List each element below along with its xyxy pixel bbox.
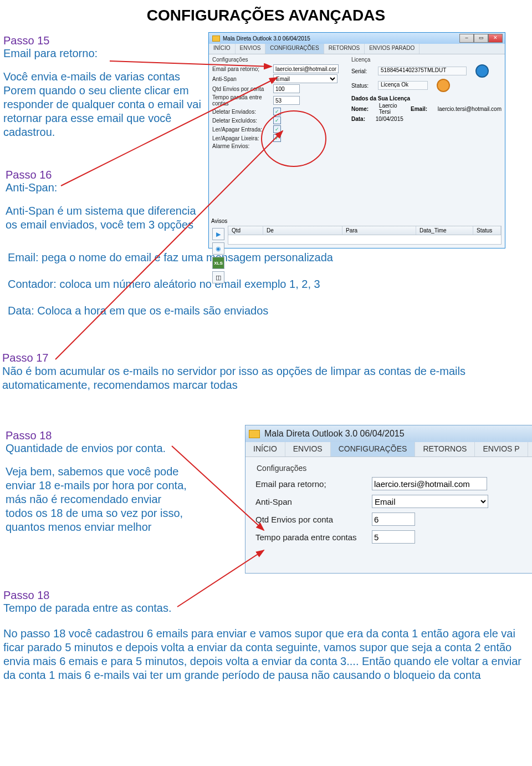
step18b-heading: Passo 18 [3, 589, 524, 602]
col-qtd[interactable]: Qtd [228, 226, 263, 235]
close-button[interactable]: ✕ [488, 34, 503, 43]
label-email-retorno: Email para retorno; [255, 479, 372, 489]
step16-opt2: Contador: coloca um número aleátorio no … [8, 277, 507, 291]
label-nome: Nome: [351, 106, 369, 112]
record-icon[interactable]: ◉ [212, 242, 224, 255]
maximize-button[interactable]: ▭ [474, 34, 488, 43]
checkbox-ler-entrada[interactable]: ✓ [273, 125, 281, 133]
tab-retornos[interactable]: RETORNOS [415, 442, 475, 456]
step16-opt3: Data: Coloca a hora em que os e-mails sã… [8, 304, 507, 318]
step16-opt1: Email: pega o nome do email e faz uma me… [8, 251, 507, 265]
step18a-heading: Passo 18 [6, 429, 188, 442]
label-tempo-parada: Tempo parada entre contas [212, 94, 273, 106]
envelope-icon [249, 430, 260, 438]
label-ler-entrada: Ler/Apagar Entrada: [212, 126, 273, 133]
tab-inicio[interactable]: INÍCIO [209, 44, 236, 54]
select-antispan[interactable]: Email [372, 495, 488, 508]
image-icon[interactable]: ◫ [212, 271, 224, 283]
tab-envios[interactable]: ENVIOS [236, 44, 266, 54]
step18a-subheading: Quantidade de envios por conta. [6, 442, 188, 455]
value-serial: 51884541402375TMLDUT [378, 67, 467, 75]
label-tempo-parada: Tempo parada entre contas [255, 532, 372, 542]
label-serial: Serial: [351, 68, 374, 74]
step16-subheading: Anti-Span: [6, 181, 205, 194]
app1-grid: Qtd De Para Data_Time Status [228, 226, 502, 245]
step16-body: Anti-Span é um sistema que diferencia os… [6, 204, 205, 232]
app1-tabbar: INÍCIO ENVIOS CONFIGURAÇÕES RETORNOS ENV… [209, 44, 505, 54]
label-ler-lixeira: Ler/Apagar Lixeira: [212, 135, 273, 141]
licenca-title: Licença [351, 57, 502, 63]
tab-configuracoes[interactable]: CONFIGURAÇÕES [265, 44, 324, 54]
input-tempo-parada[interactable] [273, 96, 300, 105]
app2-titlebar: Mala Direta Outlook 3.0 06/04/2015 [245, 425, 532, 442]
label-qtd-envios: Qtd Envios por conta [212, 86, 273, 92]
envelope-icon [212, 35, 220, 42]
col-de[interactable]: De [263, 226, 342, 235]
value-data: 10/04/2015 [376, 116, 403, 122]
dados-title: Dados da Sua Licença [351, 95, 410, 102]
select-antispan[interactable]: Email [273, 74, 337, 83]
label-email-retorno: Email para retorno; [212, 66, 273, 72]
app1-titlebar: Mala Direta Outlook 3.0 06/04/2015 – ▭ ✕ [209, 33, 505, 44]
tab-envios[interactable]: ENVIOS [285, 442, 331, 456]
minimize-button[interactable]: – [459, 34, 474, 43]
app2-title: Mala Direta Outlook 3.0 06/04/2015 [264, 429, 405, 439]
input-qtd-envios[interactable] [372, 513, 415, 526]
refresh-icon[interactable] [475, 64, 489, 78]
label-del-enviados: Deletar Enviados: [212, 109, 273, 115]
label-del-excluidos: Deletar Excluídos: [212, 118, 273, 124]
tab-configuracoes[interactable]: CONFIGURAÇÕES [331, 442, 416, 456]
step18b-subheading: Tempo de parada entre as contas. [3, 602, 524, 615]
page-title: CONFIGURAÇÕES AVANÇADAS [0, 0, 532, 24]
key-icon[interactable] [437, 79, 450, 92]
avisos-label: Avisos [211, 218, 227, 224]
value-status: Licença Ok [378, 81, 428, 90]
value-lic-email: laercio.tersi@hotmail.com [438, 106, 502, 112]
label-status: Status: [351, 83, 374, 89]
col-status[interactable]: Status [473, 226, 501, 235]
export-xls-button[interactable]: XLS [212, 257, 224, 269]
step15-subheading: Email para retorno: [3, 47, 203, 60]
step15-body: Você envia e-mails de varias contas Pore… [3, 70, 203, 139]
label-data: Data: [351, 116, 365, 122]
col-para[interactable]: Para [342, 226, 416, 235]
step18b-body: No passo 18 você cadastrou 6 emails para… [3, 627, 524, 682]
step15-heading: Passo 15 [3, 34, 203, 47]
input-email-retorno[interactable] [372, 477, 487, 490]
checkbox-del-enviados[interactable]: ✓ [273, 108, 281, 115]
label-qtd-envios: Qtd Envios por conta [255, 515, 372, 524]
tab-envios-parado[interactable]: ENVIOS PARADO [365, 44, 420, 54]
app2-section-title: Configurações [257, 464, 523, 473]
play-icon[interactable]: ▶ [212, 228, 224, 240]
label-alarme: Alarme Envios: [212, 143, 273, 149]
col-datatime[interactable]: Data_Time [416, 226, 473, 235]
app1-title: Mala Direta Outlook 3.0 06/04/2015 [223, 35, 310, 42]
checkbox-ler-lixeira[interactable]: ✓ [273, 134, 281, 142]
label-antispan: Anti-Span [255, 497, 372, 506]
label-lic-email: Email: [411, 106, 427, 112]
checkbox-del-excluidos[interactable]: ✓ [273, 116, 281, 124]
app2-tabbar: INÍCIO ENVIOS CONFIGURAÇÕES RETORNOS ENV… [245, 442, 532, 457]
tab-retornos[interactable]: RETORNOS [324, 44, 365, 54]
value-nome: Laercio Tersi [379, 103, 397, 115]
tab-inicio[interactable]: INÍCIO [245, 442, 285, 456]
step16-heading: Passo 16 [6, 169, 205, 181]
step17-body: Não é bom acumular os e-mails no servido… [2, 364, 523, 392]
step17-heading: Passo 17 [2, 352, 523, 364]
app2-window: Mala Direta Outlook 3.0 06/04/2015 INÍCI… [245, 425, 532, 574]
input-qtd-envios[interactable] [273, 84, 300, 93]
app1-section-title: Configurações [212, 57, 345, 63]
tab-envios-p[interactable]: ENVIOS P [475, 442, 528, 456]
input-email-retorno[interactable] [273, 64, 339, 73]
label-antispan: Anti-Span [212, 76, 273, 82]
input-tempo-parada[interactable] [372, 530, 415, 544]
app1-window: Mala Direta Outlook 3.0 06/04/2015 – ▭ ✕… [208, 32, 505, 248]
step18a-body: Veja bem, sabemos que você pode enviar 1… [6, 465, 188, 534]
